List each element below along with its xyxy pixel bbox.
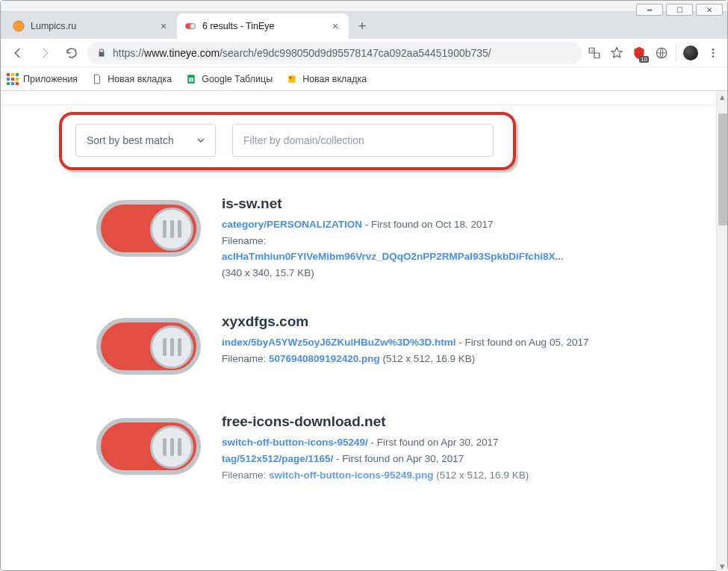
result-dimensions: (340 x 340, 15.7 KB) <box>222 267 314 278</box>
globe-icon[interactable] <box>653 45 670 61</box>
page-icon <box>91 73 103 85</box>
nav-back-button[interactable] <box>7 42 29 64</box>
result-first-found-2: First found on Apr 30, 2017 <box>342 453 464 464</box>
tab-label: 6 results - TinEye <box>202 21 329 31</box>
nav-forward-button[interactable] <box>34 42 56 64</box>
toggle-switch-icon <box>96 418 201 475</box>
result-path-link[interactable]: category/PERSONALIZATION <box>222 219 362 230</box>
scrollbar-thumb[interactable] <box>718 113 727 225</box>
result-thumbnail[interactable] <box>96 313 201 381</box>
window-close-button[interactable]: ✕ <box>696 4 723 16</box>
bookmark-sheets[interactable]: Google Таблицы <box>185 73 273 85</box>
tab-label: Lumpics.ru <box>31 21 158 31</box>
filter-input[interactable] <box>232 124 494 157</box>
result-item: is-sw.net category/PERSONALIZATION - Fir… <box>1 182 716 300</box>
filename-label: Filename: <box>222 353 266 364</box>
nav-reload-button[interactable] <box>60 42 83 64</box>
close-icon[interactable]: × <box>158 20 169 32</box>
result-filename-link[interactable]: acIHaTmhiun0FYIVeMibm96Vrvz_DQqO2nPP2RMP… <box>222 251 564 262</box>
avatar[interactable] <box>682 45 699 61</box>
svg-point-2 <box>190 24 195 28</box>
result-filename-link[interactable]: switch-off-button-icons-95249.png <box>269 469 434 481</box>
window-maximize-button[interactable]: ☐ <box>666 4 693 16</box>
window-titlebar: ━ ☐ ✕ <box>1 1 727 12</box>
scroll-up-arrow-icon[interactable]: ▴ <box>717 91 727 102</box>
reload-icon <box>65 46 78 60</box>
bookmarks-bar: Приложения Новая вкладка Google Таблицы … <box>1 67 727 91</box>
adblock-icon[interactable]: 10 <box>631 45 647 61</box>
apps-icon <box>7 73 19 85</box>
bookmark-label: Google Таблицы <box>202 74 273 84</box>
caret-down-icon <box>197 137 205 144</box>
bookmark-newtab-2[interactable]: Новая вкладка <box>286 73 367 85</box>
bookmark-label: Новая вкладка <box>108 74 172 84</box>
result-domain: free-icons-download.net <box>222 414 686 430</box>
lock-icon <box>96 48 107 58</box>
svg-point-0 <box>13 21 24 31</box>
sheets-icon <box>185 73 197 85</box>
orange-circle-icon <box>13 20 25 32</box>
bookmark-label: Приложения <box>23 74 78 84</box>
svg-point-6 <box>712 52 715 54</box>
result-path-link-2[interactable]: tag/512x512/page/1165/ <box>222 453 333 464</box>
arrow-left-icon <box>11 46 25 60</box>
result-dimensions: (512 x 512, 16.9 KB) <box>382 353 475 364</box>
result-first-found: First found on Aug 05, 2017 <box>465 337 589 348</box>
window-minimize-button[interactable]: ━ <box>636 4 663 16</box>
toggle-switch-icon <box>96 318 201 375</box>
svg-point-5 <box>712 49 715 51</box>
svg-point-7 <box>712 55 715 57</box>
toggle-switch-icon <box>96 200 201 257</box>
browser-toolbar: https://www.tineye.com/search/e9dc998050… <box>1 39 727 67</box>
sort-dropdown[interactable]: Sort by best match <box>75 124 216 157</box>
result-filename-link[interactable]: 5076940809192420.png <box>269 353 380 364</box>
new-tab-button[interactable]: + <box>352 16 373 37</box>
tab-tineye[interactable]: 6 results - TinEye × <box>177 13 349 39</box>
scroll-down-arrow-icon[interactable]: ▾ <box>717 561 727 571</box>
omnibox[interactable]: https://www.tineye.com/search/e9dc998050… <box>87 42 582 64</box>
filename-label: Filename: <box>222 235 266 246</box>
svg-rect-11 <box>290 76 292 78</box>
result-first-found: First found on Apr 30, 2017 <box>377 437 499 448</box>
arrow-right-icon <box>38 46 52 60</box>
browser-tab-strip: Lumpics.ru × 6 results - TinEye × + <box>1 12 727 39</box>
browser-menu-button[interactable] <box>705 45 721 61</box>
filename-label: Filename: <box>222 469 266 481</box>
result-domain: xyxdfgs.com <box>222 313 686 330</box>
result-item: free-icons-download.net switch-off-butto… <box>1 400 716 486</box>
result-thumbnail[interactable] <box>96 414 201 481</box>
bookmark-newtab-1[interactable]: Новая вкладка <box>91 73 172 85</box>
url-path: /search/e9dc998050d9d95578147ca092aa5445… <box>220 47 491 59</box>
bookmark-apps[interactable]: Приложения <box>7 73 78 85</box>
result-first-found: First found on Oct 18, 2017 <box>371 219 494 230</box>
close-icon[interactable]: × <box>329 20 341 32</box>
translate-icon[interactable]: 文 <box>586 45 603 61</box>
url-scheme: https:// <box>113 47 144 59</box>
url-text: https://www.tineye.com/search/e9dc998050… <box>113 47 573 59</box>
star-icon[interactable] <box>609 45 625 61</box>
result-domain: is-sw.net <box>222 196 686 212</box>
adblock-badge: 10 <box>639 56 649 63</box>
result-path-link[interactable]: index/5byA5YWz5oyJ6ZKuIHBuZw%3D%3D.html <box>222 337 456 348</box>
sort-label: Sort by best match <box>87 134 174 146</box>
result-dimensions: (512 x 512, 16.9 KB) <box>436 469 529 481</box>
tab-lumpics[interactable]: Lumpics.ru × <box>5 13 177 39</box>
bookmark-label: Новая вкладка <box>302 74 367 84</box>
kebab-icon <box>707 47 719 59</box>
result-thumbnail[interactable] <box>96 196 201 263</box>
page-content: Sort by best match is-sw.net category/PE… <box>1 91 727 571</box>
svg-text:文: 文 <box>591 48 594 52</box>
result-item: xyxdfgs.com index/5byA5YWz5oyJ6ZKuIHBuZw… <box>1 300 716 400</box>
url-host: www.tineye.com <box>144 47 220 59</box>
vertical-scrollbar[interactable]: ▴ ▾ <box>716 91 727 571</box>
page-yellow-icon <box>286 73 298 85</box>
result-path-link[interactable]: switch-off-button-icons-95249/ <box>222 437 368 448</box>
switch-icon <box>184 20 196 32</box>
